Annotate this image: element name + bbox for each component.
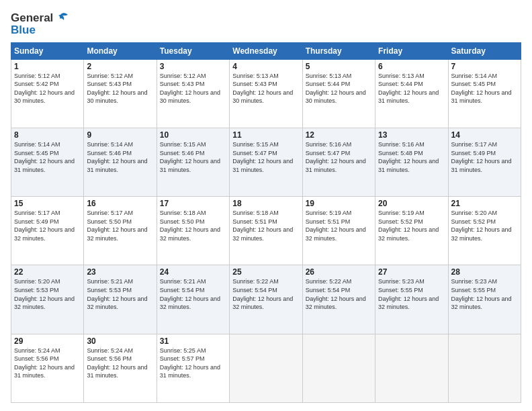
day-header-friday: Friday <box>375 42 448 59</box>
day-number: 1 <box>14 62 81 71</box>
day-info: Sunrise: 5:25 AM Sunset: 5:57 PM Dayligh… <box>160 347 226 380</box>
calendar-cell: 13Sunrise: 5:16 AM Sunset: 5:48 PM Dayli… <box>375 128 448 196</box>
calendar-cell: 25Sunrise: 5:22 AM Sunset: 5:54 PM Dayli… <box>230 265 302 334</box>
day-info: Sunrise: 5:12 AM Sunset: 5:43 PM Dayligh… <box>160 72 226 105</box>
day-info: Sunrise: 5:12 AM Sunset: 5:42 PM Dayligh… <box>14 72 81 105</box>
day-info: Sunrise: 5:18 AM Sunset: 5:51 PM Dayligh… <box>232 209 299 242</box>
day-info: Sunrise: 5:14 AM Sunset: 5:46 PM Dayligh… <box>87 140 153 174</box>
day-number: 19 <box>306 199 372 208</box>
calendar-cell: 23Sunrise: 5:21 AM Sunset: 5:53 PM Dayli… <box>84 265 157 334</box>
header: General Blue <box>11 11 521 37</box>
day-number: 29 <box>14 336 81 346</box>
day-info: Sunrise: 5:13 AM Sunset: 5:44 PM Dayligh… <box>306 72 372 105</box>
day-info: Sunrise: 5:24 AM Sunset: 5:56 PM Dayligh… <box>14 347 81 380</box>
calendar-cell: 18Sunrise: 5:18 AM Sunset: 5:51 PM Dayli… <box>230 197 302 265</box>
calendar-cell: 10Sunrise: 5:15 AM Sunset: 5:46 PM Dayli… <box>157 128 229 196</box>
calendar-cell: 8Sunrise: 5:14 AM Sunset: 5:45 PM Daylig… <box>11 128 84 196</box>
calendar-cell: 20Sunrise: 5:19 AM Sunset: 5:52 PM Dayli… <box>375 197 448 265</box>
days-header-row: SundayMondayTuesdayWednesdayThursdayFrid… <box>11 42 521 59</box>
day-number: 24 <box>160 267 226 277</box>
day-number: 4 <box>232 62 299 71</box>
day-info: Sunrise: 5:16 AM Sunset: 5:48 PM Dayligh… <box>378 140 445 174</box>
calendar-week-row: 29Sunrise: 5:24 AM Sunset: 5:56 PM Dayli… <box>11 334 521 402</box>
day-header-saturday: Saturday <box>448 42 521 59</box>
day-info: Sunrise: 5:23 AM Sunset: 5:55 PM Dayligh… <box>451 277 518 311</box>
day-number: 18 <box>232 199 299 208</box>
calendar-cell: 22Sunrise: 5:20 AM Sunset: 5:53 PM Dayli… <box>11 265 84 334</box>
day-header-tuesday: Tuesday <box>157 42 229 59</box>
calendar-cell: 30Sunrise: 5:24 AM Sunset: 5:56 PM Dayli… <box>84 334 157 402</box>
logo-container: General Blue <box>11 11 69 37</box>
day-header-monday: Monday <box>84 42 157 59</box>
calendar-cell: 11Sunrise: 5:15 AM Sunset: 5:47 PM Dayli… <box>230 128 302 196</box>
day-header-thursday: Thursday <box>302 42 375 59</box>
day-info: Sunrise: 5:24 AM Sunset: 5:56 PM Dayligh… <box>87 347 153 380</box>
day-number: 2 <box>87 62 153 71</box>
calendar-cell <box>375 334 448 402</box>
calendar-cell: 14Sunrise: 5:17 AM Sunset: 5:49 PM Dayli… <box>448 128 521 196</box>
day-info: Sunrise: 5:22 AM Sunset: 5:54 PM Dayligh… <box>232 277 299 311</box>
calendar-week-row: 1Sunrise: 5:12 AM Sunset: 5:42 PM Daylig… <box>11 59 521 128</box>
day-number: 21 <box>451 199 518 208</box>
calendar-cell: 26Sunrise: 5:22 AM Sunset: 5:54 PM Dayli… <box>302 265 375 334</box>
day-info: Sunrise: 5:20 AM Sunset: 5:53 PM Dayligh… <box>14 277 81 311</box>
day-number: 14 <box>451 130 518 140</box>
day-info: Sunrise: 5:13 AM Sunset: 5:44 PM Dayligh… <box>378 72 445 105</box>
calendar-cell: 15Sunrise: 5:17 AM Sunset: 5:49 PM Dayli… <box>11 197 84 265</box>
calendar-cell: 1Sunrise: 5:12 AM Sunset: 5:42 PM Daylig… <box>11 59 84 128</box>
logo-blue: Blue <box>11 24 69 37</box>
calendar-cell <box>230 334 302 402</box>
calendar-week-row: 8Sunrise: 5:14 AM Sunset: 5:45 PM Daylig… <box>11 128 521 196</box>
day-number: 27 <box>378 267 445 277</box>
day-number: 8 <box>14 130 81 140</box>
calendar-cell: 2Sunrise: 5:12 AM Sunset: 5:43 PM Daylig… <box>84 59 157 128</box>
day-number: 6 <box>378 62 445 71</box>
day-number: 25 <box>232 267 299 277</box>
calendar-cell: 4Sunrise: 5:13 AM Sunset: 5:43 PM Daylig… <box>230 59 302 128</box>
calendar-cell: 12Sunrise: 5:16 AM Sunset: 5:47 PM Dayli… <box>302 128 375 196</box>
calendar-cell <box>302 334 375 402</box>
calendar-cell: 28Sunrise: 5:23 AM Sunset: 5:55 PM Dayli… <box>448 265 521 334</box>
day-number: 9 <box>87 130 153 140</box>
calendar-page: General Blue SundayMondayTuesdayWednesda… <box>0 0 532 411</box>
day-number: 30 <box>87 336 153 346</box>
day-info: Sunrise: 5:19 AM Sunset: 5:52 PM Dayligh… <box>378 209 445 242</box>
day-number: 15 <box>14 199 81 208</box>
day-number: 5 <box>306 62 372 71</box>
day-number: 17 <box>160 199 226 208</box>
calendar-cell: 21Sunrise: 5:20 AM Sunset: 5:52 PM Dayli… <box>448 197 521 265</box>
calendar-cell: 19Sunrise: 5:19 AM Sunset: 5:51 PM Dayli… <box>302 197 375 265</box>
day-info: Sunrise: 5:21 AM Sunset: 5:53 PM Dayligh… <box>87 277 153 311</box>
day-info: Sunrise: 5:19 AM Sunset: 5:51 PM Dayligh… <box>306 209 372 242</box>
day-number: 20 <box>378 199 445 208</box>
day-info: Sunrise: 5:22 AM Sunset: 5:54 PM Dayligh… <box>306 277 372 311</box>
day-info: Sunrise: 5:13 AM Sunset: 5:43 PM Dayligh… <box>232 72 299 105</box>
day-info: Sunrise: 5:20 AM Sunset: 5:52 PM Dayligh… <box>451 209 518 242</box>
day-info: Sunrise: 5:12 AM Sunset: 5:43 PM Dayligh… <box>87 72 153 105</box>
calendar-table: SundayMondayTuesdayWednesdayThursdayFrid… <box>11 42 521 403</box>
calendar-cell: 24Sunrise: 5:21 AM Sunset: 5:54 PM Dayli… <box>157 265 229 334</box>
calendar-cell: 5Sunrise: 5:13 AM Sunset: 5:44 PM Daylig… <box>302 59 375 128</box>
calendar-cell: 27Sunrise: 5:23 AM Sunset: 5:55 PM Dayli… <box>375 265 448 334</box>
calendar-cell <box>448 334 521 402</box>
logo-bird-icon <box>54 11 69 26</box>
logo: General Blue <box>11 11 69 37</box>
day-number: 7 <box>451 62 518 71</box>
day-number: 23 <box>87 267 153 277</box>
day-info: Sunrise: 5:14 AM Sunset: 5:45 PM Dayligh… <box>14 140 81 174</box>
day-info: Sunrise: 5:17 AM Sunset: 5:49 PM Dayligh… <box>14 209 81 242</box>
calendar-cell: 3Sunrise: 5:12 AM Sunset: 5:43 PM Daylig… <box>157 59 229 128</box>
calendar-cell: 16Sunrise: 5:17 AM Sunset: 5:50 PM Dayli… <box>84 197 157 265</box>
day-info: Sunrise: 5:17 AM Sunset: 5:50 PM Dayligh… <box>87 209 153 242</box>
calendar-body: 1Sunrise: 5:12 AM Sunset: 5:42 PM Daylig… <box>11 59 521 402</box>
day-header-wednesday: Wednesday <box>230 42 302 59</box>
day-number: 22 <box>14 267 81 277</box>
day-info: Sunrise: 5:14 AM Sunset: 5:45 PM Dayligh… <box>451 72 518 105</box>
calendar-cell: 6Sunrise: 5:13 AM Sunset: 5:44 PM Daylig… <box>375 59 448 128</box>
logo-general: General <box>11 12 53 25</box>
calendar-week-row: 22Sunrise: 5:20 AM Sunset: 5:53 PM Dayli… <box>11 265 521 334</box>
day-info: Sunrise: 5:15 AM Sunset: 5:46 PM Dayligh… <box>160 140 226 174</box>
day-number: 12 <box>306 130 372 140</box>
calendar-cell: 7Sunrise: 5:14 AM Sunset: 5:45 PM Daylig… <box>448 59 521 128</box>
day-number: 26 <box>306 267 372 277</box>
